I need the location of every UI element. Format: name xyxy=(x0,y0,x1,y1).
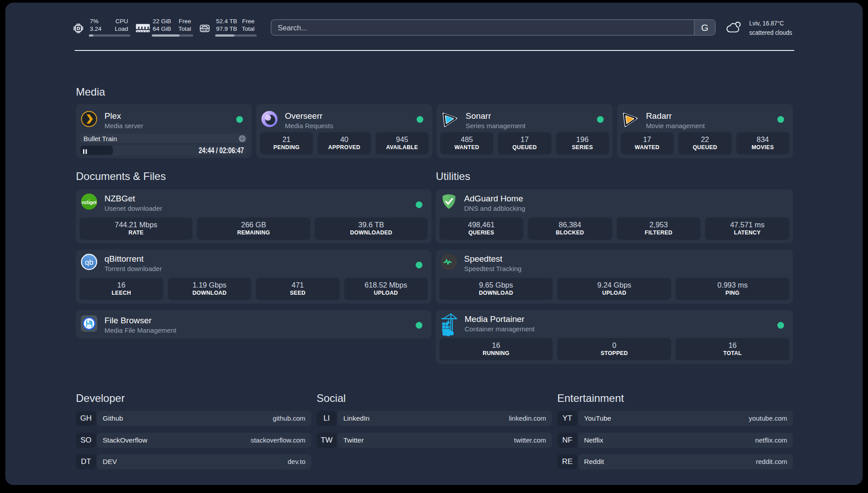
svg-text:qb: qb xyxy=(85,258,93,267)
svg-text:nzbget: nzbget xyxy=(82,200,97,205)
